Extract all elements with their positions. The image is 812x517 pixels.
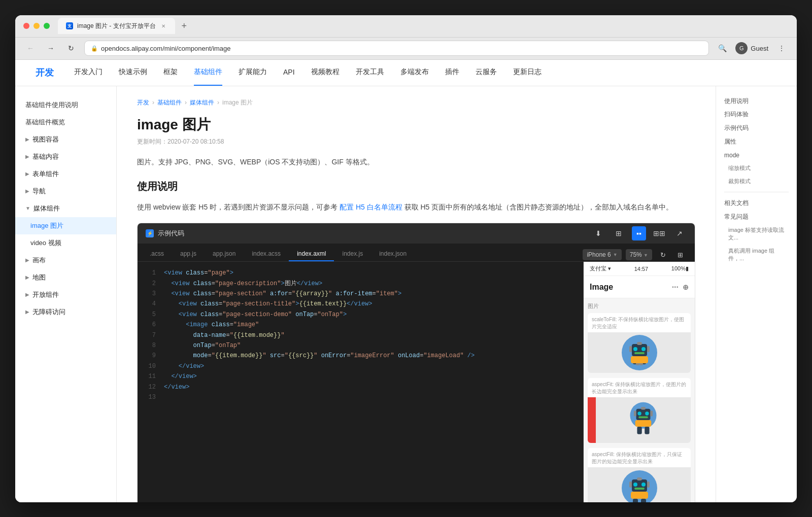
sidebar-item-canvas[interactable]: ▶ 画布 bbox=[15, 252, 116, 269]
nav-item-api[interactable]: API bbox=[283, 60, 295, 86]
svg-point-2 bbox=[633, 347, 637, 351]
expand-btn[interactable]: ⊞ bbox=[673, 248, 687, 261]
menu-icon[interactable]: ⋮ bbox=[774, 41, 789, 55]
nav-item-changelog[interactable]: 更新日志 bbox=[513, 60, 542, 86]
sidebar-item-accessibility[interactable]: ▶ 无障碍访问 bbox=[15, 303, 116, 321]
url-bar[interactable]: 🔒 opendocs.alipay.com/mini/component/ima… bbox=[84, 41, 709, 56]
qr-btn[interactable]: ⊞ bbox=[612, 226, 626, 240]
toc-item-crop[interactable]: 裁剪模式 bbox=[716, 175, 797, 188]
sidebar-item-nav[interactable]: ▶ 导航 bbox=[15, 183, 116, 200]
split-view-btn[interactable]: ▪▪ bbox=[632, 226, 646, 240]
code-line-6: 6 <image class="image" bbox=[146, 320, 575, 330]
tab-indexacss[interactable]: index.acss bbox=[244, 247, 289, 261]
sidebar-item-basic-content[interactable]: ▶ 基础内容 bbox=[15, 148, 116, 165]
nav-item-plugin[interactable]: 插件 bbox=[445, 60, 459, 86]
lock-icon: 🔒 bbox=[91, 45, 98, 52]
minimize-button[interactable] bbox=[33, 23, 40, 29]
phone-content[interactable]: 图片 scaleToFill: 不保持纵横比缩放图片，使图片完全适应 bbox=[584, 298, 695, 502]
tab-indexjs[interactable]: index.js bbox=[334, 247, 371, 261]
code-line-4: 4 <view class="page-section-title">{{ite… bbox=[146, 299, 575, 309]
sidebar-item-open[interactable]: ▶ 开放组件 bbox=[15, 286, 116, 303]
svg-rect-6 bbox=[629, 346, 632, 352]
nav-item-tools[interactable]: 开发工具 bbox=[356, 60, 384, 86]
sidebar-item-media[interactable]: ▼ 媒体组件 bbox=[15, 200, 116, 217]
active-tab[interactable]: 支 image 图片 - 支付宝开放平台 ✕ bbox=[58, 18, 175, 34]
grid-btn[interactable]: ⊞⊞ bbox=[652, 226, 666, 240]
nav-item-quickstart[interactable]: 快速示例 bbox=[119, 60, 147, 86]
refresh-btn[interactable]: ↻ bbox=[656, 248, 669, 261]
sidebar-item-overview[interactable]: 基础组件概览 bbox=[15, 114, 116, 131]
svg-rect-20 bbox=[650, 411, 653, 417]
sidebar-item-video[interactable]: video 视频 bbox=[15, 234, 116, 252]
tab-indexjson[interactable]: index.json bbox=[371, 247, 415, 261]
update-time: 更新时间：2020-07-20 08:10:58 bbox=[137, 137, 695, 146]
reload-button[interactable]: ↻ bbox=[64, 41, 78, 55]
nav-item-cloud[interactable]: 云服务 bbox=[476, 60, 497, 86]
nav-item-publish[interactable]: 多端发布 bbox=[400, 60, 429, 86]
forward-button[interactable]: → bbox=[44, 41, 58, 55]
toc-item-faq2[interactable]: 真机调用 image 组件，... bbox=[716, 245, 797, 265]
toc-item-faq[interactable]: 常见问题 bbox=[716, 210, 797, 224]
code-line-7: 7 data-name="{{item.mode}}" bbox=[146, 330, 575, 340]
toc-item-qr[interactable]: 扫码体验 bbox=[716, 108, 797, 121]
code-area[interactable]: 1 <view class="page"> 2 <view class="pag… bbox=[138, 262, 583, 502]
toc-item-usage[interactable]: 使用说明 bbox=[716, 94, 797, 108]
section-desc: 使用 webview 嵌套 H5 时，若遇到图片资源不显示问题，可参考 配置 H… bbox=[137, 201, 695, 213]
tab-indexaxml[interactable]: index.axml bbox=[289, 247, 334, 261]
svg-rect-31 bbox=[647, 481, 650, 488]
config-link[interactable]: 配置 H5 白名单流程 bbox=[340, 203, 402, 211]
svg-point-15 bbox=[637, 412, 641, 416]
section-title: 使用说明 bbox=[137, 180, 695, 193]
toc-item-scale[interactable]: 缩放模式 bbox=[716, 162, 797, 175]
nav-item-framework[interactable]: 框架 bbox=[163, 60, 178, 86]
close-button[interactable] bbox=[23, 23, 29, 29]
page-description: 图片。支持 JPG、PNG、SVG、WEBP（iOS 不支持动图）、GIF 等格… bbox=[137, 156, 695, 167]
svg-rect-12 bbox=[631, 356, 648, 363]
phone-status-bar: 支付宝 ▾ 14:57 100%▮ bbox=[584, 262, 695, 276]
nav-item-video[interactable]: 视频教程 bbox=[311, 60, 340, 86]
user-account-button[interactable]: G Guest bbox=[735, 42, 768, 54]
sidebar-item-usage[interactable]: 基础组件使用说明 bbox=[15, 96, 116, 114]
nav-items: 开发入门 快速示例 框架 基础组件 扩展能力 API 视频教程 开发工具 多端发… bbox=[74, 60, 542, 86]
download-btn[interactable]: ⬇ bbox=[591, 226, 605, 240]
phone-image-desc-2: aspectFit: 保持纵横比缩放图片，使图片的长边能完全显示出来 bbox=[588, 378, 691, 397]
top-nav: 开发 开发入门 快速示例 框架 基础组件 扩展能力 API 视频教程 开发工具 … bbox=[15, 60, 797, 86]
nav-item-extend[interactable]: 扩展能力 bbox=[239, 60, 267, 86]
maximize-button[interactable] bbox=[44, 23, 50, 29]
main-content: 开发 › 基础组件 › 媒体组件 › image 图片 image 图片 更新时… bbox=[117, 86, 716, 502]
tab-appjson[interactable]: app.json bbox=[205, 247, 244, 261]
toc-item-faq1[interactable]: image 标签支持读取流文... bbox=[716, 224, 797, 245]
sidebar-item-map[interactable]: ▶ 地图 bbox=[15, 269, 116, 286]
nav-item-intro[interactable]: 开发入门 bbox=[74, 60, 103, 86]
sidebar-item-view-container[interactable]: ▶ 视图容器 bbox=[15, 131, 116, 148]
sidebar-item-form[interactable]: ▶ 表单组件 bbox=[15, 165, 116, 183]
toc-item-props[interactable]: 属性 bbox=[716, 135, 797, 149]
tab-appjs[interactable]: app.js bbox=[172, 247, 205, 261]
tab-close-button[interactable]: ✕ bbox=[160, 22, 167, 29]
svg-rect-22 bbox=[637, 427, 641, 434]
breadcrumb: 开发 › 基础组件 › 媒体组件 › image 图片 bbox=[137, 98, 695, 107]
phone-header-more[interactable]: ··· bbox=[672, 283, 679, 292]
share-btn[interactable]: ↗ bbox=[672, 226, 687, 240]
phone-header-settings[interactable]: ⊕ bbox=[683, 283, 689, 291]
demo-icon: ⚡ bbox=[146, 229, 154, 237]
toc-item-example[interactable]: 示例代码 bbox=[716, 121, 797, 135]
search-icon[interactable]: 🔍 bbox=[715, 41, 729, 55]
svg-rect-30 bbox=[629, 481, 632, 488]
phone-image-demo-3: aspectFill: 保持纵横比缩放图片，只保证图片的短边能完全显示出来 bbox=[588, 448, 691, 502]
left-sidebar: 基础组件使用说明 基础组件概览 ▶ 视图容器 ▶ 基础内容 ▶ 表单组件 bbox=[15, 86, 117, 502]
code-line-8: 8 onTap="onTap" bbox=[146, 340, 575, 351]
back-button[interactable]: ← bbox=[23, 41, 38, 55]
toc-item-mode[interactable]: mode bbox=[716, 149, 797, 162]
traffic-lights bbox=[23, 23, 50, 29]
phone-preview: 支付宝 ▾ 14:57 100%▮ Image ··· ⊕ bbox=[583, 262, 695, 502]
nav-item-components[interactable]: 基础组件 bbox=[194, 60, 222, 86]
site-logo[interactable]: 开发 bbox=[36, 66, 54, 79]
zoom-selector[interactable]: 75% ▼ bbox=[626, 249, 652, 260]
tab-acss[interactable]: .acss bbox=[142, 247, 172, 261]
sidebar-item-image[interactable]: image 图片 bbox=[15, 217, 116, 234]
toc-item-related[interactable]: 相关文档 bbox=[716, 196, 797, 210]
device-selector[interactable]: iPhone 6 ▼ bbox=[583, 249, 621, 260]
new-tab-button[interactable]: + bbox=[177, 19, 191, 33]
tab-favicon: 支 bbox=[66, 22, 73, 29]
